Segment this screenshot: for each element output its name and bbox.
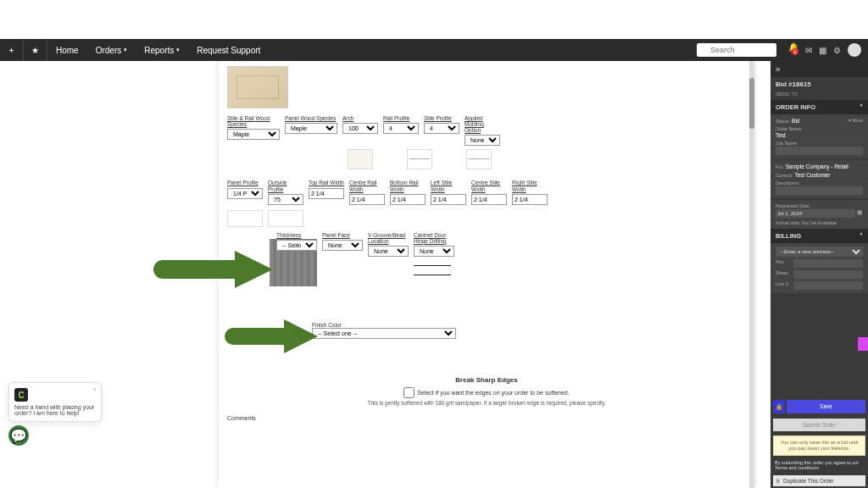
lbl-right-stile: Right Stile Width — [512, 180, 548, 191]
sel-panel-face[interactable]: None — [322, 240, 363, 251]
sel-hinge[interactable]: None — [414, 246, 454, 257]
lbl-bottom-rail: Bottom Rail Width — [390, 180, 426, 191]
inp-centre-stile[interactable] — [471, 194, 507, 205]
chat-message: Need a hand with placing your order? I a… — [14, 404, 96, 416]
scrollbar[interactable] — [749, 61, 754, 488]
job-name-input[interactable] — [776, 147, 863, 155]
attn-input[interactable] — [793, 259, 863, 268]
options-row-1: Stile & Rail Wood SpeciesMaple Panel Woo… — [227, 115, 746, 146]
order-name: Test — [776, 132, 863, 138]
thumb-arch — [348, 149, 373, 169]
bse-title: Break Sharp Edges — [227, 376, 746, 384]
inp-centre-rail[interactable] — [349, 194, 385, 205]
chat-button[interactable]: 💬 — [8, 425, 29, 446]
lbl-arch: Arch — [342, 115, 378, 121]
inp-bottom-rail[interactable] — [390, 194, 426, 205]
nav-home[interactable]: Home — [47, 46, 87, 55]
billing-header[interactable]: BILLING˄ — [771, 229, 868, 243]
lbl-finish: Finish Color — [312, 322, 746, 328]
lbl-stile-species: Stile & Rail Wood Species — [227, 115, 280, 127]
lbl-left-stile: Left Stile Width — [431, 180, 466, 191]
lbl-outside-profile: Outside Profile — [268, 180, 303, 191]
bell-icon[interactable]: 🔔1 — [788, 42, 798, 58]
sel-finish[interactable]: -- Select one -- — [312, 328, 456, 339]
more-link[interactable]: ▾ More — [849, 118, 863, 124]
bse-note: This is gently softened with 180 grit sa… — [227, 400, 746, 407]
lbl-rail-profile: Rail Profile — [383, 115, 419, 121]
duplicate-button[interactable]: ⎘Duplicate This Order — [773, 475, 865, 486]
inp-top-rail[interactable] — [309, 188, 344, 199]
options-row-3: Thickness-- Select one -- Panel FaceNone… — [276, 232, 746, 257]
avatar[interactable] — [848, 43, 861, 57]
calendar-icon[interactable]: ▦ — [857, 209, 863, 218]
arrival-date: Arrival date: Not Yet Available — [776, 220, 863, 225]
lbl-panel-profile: Panel Profile — [227, 180, 263, 186]
sel-panel-species[interactable]: Maple — [285, 123, 337, 134]
notif-badge: 1 — [792, 48, 798, 55]
lbl-vgroove: V-Groove/Bead Location — [368, 232, 409, 244]
reqdate-input[interactable] — [776, 209, 855, 218]
send-to: SEND TO — [771, 92, 868, 100]
sel-vgroove[interactable]: None — [368, 246, 409, 257]
mail-icon[interactable]: ✉ — [805, 46, 812, 55]
options-row-2: Panel Profile1/4 P Outside Profile75 Top… — [227, 180, 746, 204]
chat-popup: × C Need a hand with placing your order?… — [8, 382, 102, 422]
desc-input[interactable] — [776, 186, 863, 195]
nav-support[interactable]: Request Support — [188, 46, 269, 55]
orderinfo-header[interactable]: ORDER INFO˄ — [771, 100, 868, 114]
lock-icon[interactable]: 🔒 — [773, 400, 785, 413]
plus-icon[interactable]: + — [0, 39, 24, 61]
sel-thickness[interactable]: -- Select one -- — [276, 240, 317, 251]
lbl-panel-species: Panel Wood Species — [285, 115, 337, 121]
street-input[interactable] — [793, 270, 863, 279]
thumb-panel-profile — [227, 210, 263, 227]
thumb-outside-profile — [268, 210, 303, 227]
submit-button[interactable]: Submit Order — [773, 419, 865, 431]
lbl-centre-stile: Centre Stile Width — [471, 180, 507, 191]
search-input[interactable] — [697, 43, 776, 57]
order-sidebar: » Bid #18615 SEND TO ORDER INFO˄ Status:… — [771, 61, 868, 488]
balance-note: You can only save this as a bid until yo… — [773, 435, 865, 456]
bid-number: Bid #18615 — [771, 77, 868, 92]
save-button[interactable]: Save — [787, 400, 865, 413]
billing-addr-select[interactable]: --Enter a new address-- — [776, 247, 863, 257]
door-preview — [227, 66, 288, 108]
bse-checkbox-row[interactable]: Select if you want the edges on your ord… — [227, 387, 746, 398]
lbl-stile-profile: Stile Profile — [424, 115, 459, 121]
star-icon[interactable]: ★ — [24, 39, 47, 61]
line2-input[interactable] — [793, 281, 863, 290]
sel-panel-profile[interactable]: 1/4 P — [227, 188, 263, 199]
help-flag[interactable] — [858, 337, 868, 351]
sel-arch[interactable]: 100 — [342, 123, 378, 134]
sel-outside-profile[interactable]: 75 — [268, 194, 303, 205]
comments-label: Comments — [227, 415, 746, 421]
nav-reports[interactable]: Reports▾ — [136, 46, 188, 55]
thumb-stile — [466, 149, 492, 169]
copy-icon: ⎘ — [776, 478, 780, 484]
lbl-top-rail: Top Rail Width — [309, 180, 344, 186]
sel-stile-profile[interactable]: 4 — [424, 123, 459, 134]
chat-logo: C — [14, 388, 28, 402]
collapse-icon[interactable]: » — [771, 61, 868, 77]
close-icon[interactable]: × — [92, 385, 97, 393]
sel-stile-species[interactable]: Maple — [227, 129, 280, 140]
sel-rail-profile[interactable]: 4 — [383, 123, 419, 134]
lbl-molding: Applied Molding Option — [465, 115, 500, 133]
lbl-centre-rail: Centre Rail Width — [349, 180, 385, 191]
lbl-panel-face: Panel Face — [322, 232, 363, 238]
terms-text: By submitting this order you agree to ou… — [771, 458, 868, 474]
bse-checkbox[interactable] — [403, 387, 415, 398]
gear-icon[interactable]: ⚙ — [833, 46, 841, 55]
sel-molding[interactable]: None — [465, 135, 500, 146]
lbl-hinge: Cabinet Door Hinge Drilling — [414, 232, 454, 244]
nav-orders[interactable]: Orders▾ — [87, 46, 136, 55]
calendar-icon[interactable]: ▦ — [819, 46, 826, 55]
lbl-thickness: Thickness — [276, 232, 317, 238]
thumb-rail — [407, 149, 432, 169]
inp-right-stile[interactable] — [512, 194, 548, 205]
inp-left-stile[interactable] — [431, 194, 466, 205]
